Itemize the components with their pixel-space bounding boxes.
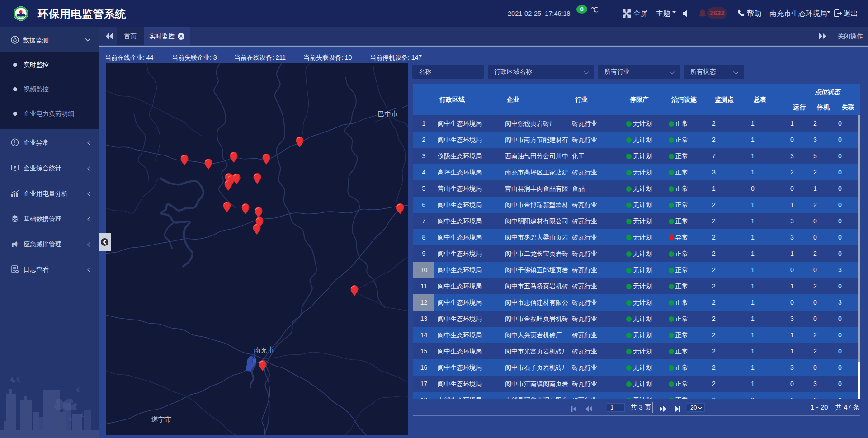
svg-text:南充市: 南充市 [254, 346, 274, 353]
svg-text:巴中市: 巴中市 [378, 110, 398, 118]
svg-text:遂宁市: 遂宁市 [151, 415, 172, 423]
